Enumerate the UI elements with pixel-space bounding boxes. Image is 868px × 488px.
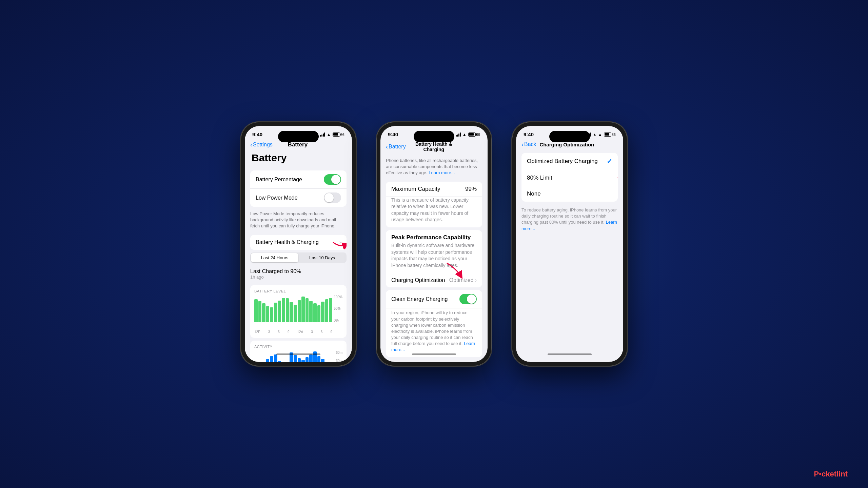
low-power-toggle[interactable] [324,192,341,203]
phone-shell-3: 9:40 ▲ ▲ 86 [512,122,627,366]
battery-status-2: 86 [468,133,480,137]
clean-energy-desc: In your region, iPhone will try to reduc… [386,308,482,357]
max-capacity-desc: This is a measure of battery capacity re… [386,197,482,227]
opt-80-label: 80% Limit [527,175,552,181]
activity-y-labels: 60m 30m 0m [336,351,342,362]
capacity-row: Maximum Capacity 99% [386,182,482,197]
status-time-2: 9:40 [388,131,398,137]
battery-health-label: Battery Health & Charging [256,239,339,245]
phone-shell-1: 9:40 ▲ 86 [241,122,356,366]
back-button-3[interactable]: ‹ Back [521,141,536,147]
nav-title-3: Charging Optimization [536,142,597,147]
max-capacity-value: 99% [465,186,477,192]
phone-1: 9:40 ▲ 86 [241,122,356,366]
phone-2: 9:40 ▲ 86 [376,122,492,366]
charging-opt-chevron: › [475,277,477,283]
phone-3: 9:40 ▲ ▲ 86 [512,122,627,366]
battery-health-item[interactable]: Battery Health & Charging › [250,235,347,250]
opt-optimized-item[interactable]: Optimized Battery Charging ✓ [521,153,618,170]
battery-status-1: 86 [333,133,344,137]
signal-icon-1 [320,133,325,137]
wifi-icon-3: ▲ [598,132,602,137]
opt-80-item[interactable]: 80% Limit [521,170,618,186]
page-large-title-1: Battery [245,151,352,168]
activity-bars [254,351,342,362]
charging-opt-row[interactable]: Charging Optimization Optimized › [386,273,482,287]
pocketlint-logo: P•cketlint [814,470,848,479]
dynamic-island-2 [414,131,454,142]
battery-level-label: BATTERY LEVEL [254,289,342,293]
pocketlint-p: P [814,470,819,478]
signal-icon-2 [456,133,461,137]
max-capacity-block: Maximum Capacity 99% This is a measure o… [386,182,482,227]
opt-optimized-check: ✓ [607,157,612,165]
clean-energy-block: Clean Energy Charging In your region, iP… [386,290,482,357]
charging-options-group: Optimized Battery Charging ✓ 80% Limit [521,153,618,202]
battery-status-3: 86 [604,133,616,137]
battery-level-chart: BATTERY LEVEL [250,285,347,338]
wifi-icon-2: ▲ [462,132,467,137]
back-button-2[interactable]: ‹ Battery [386,144,406,150]
opt-none-item[interactable]: None [521,186,618,202]
battery-percentage-item[interactable]: Battery Percentage [250,170,347,189]
phone-shell-2: 9:40 ▲ 86 [376,122,492,366]
nav-title-2: Battery Health & Charging [406,141,462,152]
peak-label: Peak Performance Capability [391,234,471,241]
activity-container: 60m 30m 0m [254,351,342,362]
charged-info: Last Charged to 90% 1h ago [245,266,352,282]
last-24h-tab[interactable]: Last 24 Hours [251,253,298,262]
status-icons-1: ▲ 86 [320,132,344,137]
phone-screen-2: 9:40 ▲ 86 [380,126,488,362]
charging-opt-value: Optimized [449,277,474,283]
charged-title: Last Charged to 90% [250,268,347,274]
nav-title-1: Battery [273,141,323,148]
peak-performance-block: Peak Performance Capability Built-in dyn… [386,230,482,287]
opt-optimized-label: Optimized Battery Charging [527,158,598,165]
low-power-desc: Low Power Mode temporarily reduces backg… [245,209,352,232]
clean-energy-toggle[interactable] [459,294,477,304]
opt-none-label: None [527,190,541,197]
back-button-1[interactable]: ‹ Settings [250,142,273,148]
activity-chart: ACTIVITY [250,341,347,362]
activity-label: ACTIVITY [254,345,342,349]
battery-y-labels: 100% 50% 0% [334,295,342,322]
arrow-3 [614,173,618,183]
clean-energy-label: Clean Energy Charging [391,296,459,302]
low-power-label: Low Power Mode [256,195,324,201]
clean-energy-item[interactable]: Clean Energy Charging [386,290,482,308]
status-time-1: 9:40 [252,131,262,137]
charging-opt-label: Charging Optimization [391,277,445,283]
status-icons-3: ▲ ▲ 86 [586,132,616,137]
location-icon-3: ▲ [593,133,596,136]
charging-opt-desc: To reduce battery aging, iPhone learns f… [516,204,623,235]
time-segmented-control: Last 24 Hours Last 10 Days [250,252,347,263]
battery-bars [254,295,342,322]
health-intro-text: Phone batteries, like all rechargeable b… [380,155,488,179]
battery-health-group: Battery Health & Charging › [250,235,347,250]
battery-percentage-label: Battery Percentage [256,177,324,183]
max-capacity-label: Maximum Capacity [391,186,440,192]
battery-level-container: 100% 50% 0% [254,295,342,329]
status-time-3: 9:40 [524,131,534,137]
low-power-mode-item[interactable]: Low Power Mode [250,189,347,207]
charged-sub: 1h ago [250,274,347,280]
status-icons-2: ▲ 86 [456,132,480,137]
learn-more-1[interactable]: Learn more... [429,170,455,175]
last-10d-tab[interactable]: Last 10 Days [298,253,346,262]
dynamic-island-3 [549,131,590,142]
battery-settings-group: Battery Percentage Low Power Mode [250,170,347,207]
phone-screen-1: 9:40 ▲ 86 [245,126,352,362]
phone-screen-3: 9:40 ▲ ▲ 86 [516,126,623,362]
battery-x-labels: 12P 3 6 9 12A 3 6 9 [254,330,342,334]
peak-desc: Built-in dynamic software and hardware s… [386,242,482,273]
battery-percentage-toggle[interactable] [324,174,341,185]
dynamic-island-1 [278,131,319,142]
wifi-icon-1: ▲ [327,132,331,137]
battery-health-chevron: › [339,239,341,245]
